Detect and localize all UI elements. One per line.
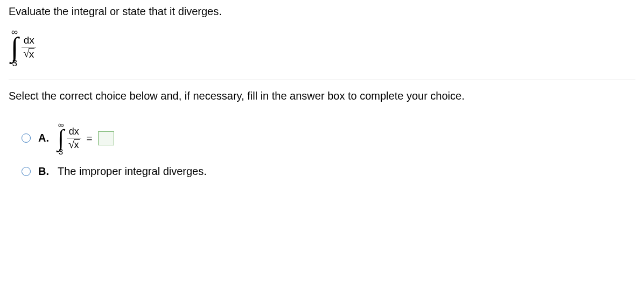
equals-sign: = — [87, 132, 93, 144]
choice-b-row: B. The improper integral diverges. — [22, 165, 635, 178]
fraction-denominator: √ x — [22, 47, 36, 60]
integrand-fraction: dx √ x — [22, 34, 36, 60]
integral-lower-bound: 3 — [12, 59, 17, 68]
radio-choice-a[interactable] — [22, 134, 31, 143]
choice-b-text: The improper integral diverges. — [58, 165, 207, 178]
question-prompt: Evaluate the integral or state that it d… — [9, 5, 635, 18]
choice-a-numerator: dx — [67, 126, 81, 138]
choice-a-fraction: dx √ x — [67, 126, 81, 151]
fraction-numerator: dx — [22, 34, 36, 47]
choice-a-label: A. — [38, 132, 50, 144]
radio-choice-b[interactable] — [22, 167, 31, 176]
choice-a-lower-bound: 3 — [59, 147, 63, 156]
choice-a-content: ∞ ∫ 3 dx √ x = — [58, 121, 114, 156]
choice-a-row: A. ∞ ∫ 3 dx √ x = — [22, 121, 635, 156]
instruction-text: Select the correct choice below and, if … — [9, 90, 635, 102]
answer-input-box[interactable] — [98, 131, 114, 145]
integral-symbol: ∫ — [11, 35, 18, 60]
section-divider — [9, 80, 635, 80]
choice-a-denominator: √ x — [67, 138, 81, 151]
choice-a-integral-symbol: ∫ — [58, 128, 64, 149]
sqrt-radicand: x — [29, 48, 35, 60]
integral-expression: ∞ ∫ 3 dx √ x — [11, 27, 635, 68]
choice-a-sqrt-radicand: x — [74, 139, 80, 151]
choice-b-label: B. — [38, 165, 50, 178]
